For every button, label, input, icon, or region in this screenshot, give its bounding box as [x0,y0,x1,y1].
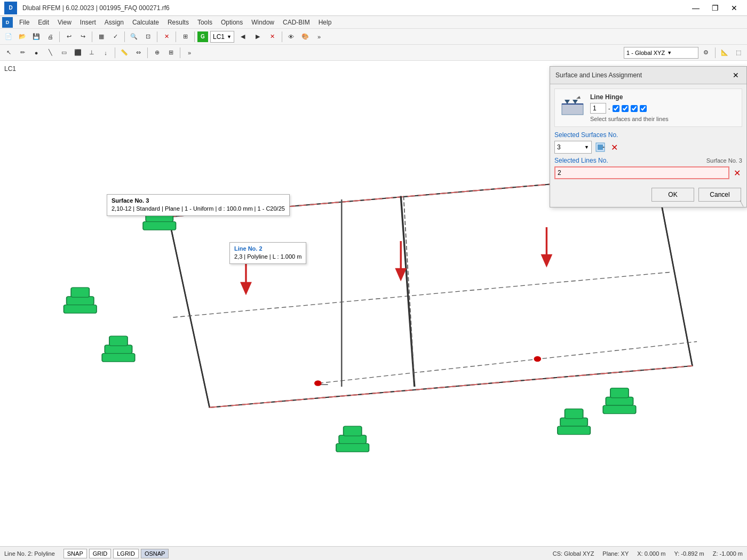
hinge-cb-1[interactable] [613,105,619,112]
solid-btn[interactable]: ⬛ [71,46,84,59]
dialog-buttons: OK Cancel [550,183,746,207]
undo-button[interactable]: ↩ [62,30,75,43]
svg-rect-57 [562,104,583,115]
surface-tooltip-title: Surface No. 3 [112,197,285,205]
hinge-cb-2[interactable] [622,105,629,112]
hinge-icon [559,93,586,120]
menu-calculate[interactable]: Calculate [128,16,163,29]
lc-dropdown[interactable]: LC1 ▼ [210,31,234,43]
menu-tools[interactable]: Tools [193,16,217,29]
grid-button[interactable]: GRID [89,549,112,558]
menu-help[interactable]: Help [314,16,336,29]
window-title: Dlubal RFEM | 6.02.0023 | 001995_FAQ 000… [22,4,170,12]
dialog-title-bar: Surface and Lines Assignment ✕ [550,67,746,84]
dialog-close-button[interactable]: ✕ [730,70,741,81]
coord-system-dropdown[interactable]: 1 - Global XYZ ▼ [624,47,698,59]
select-btn[interactable]: ↖ [2,46,15,59]
svg-marker-22 [542,255,551,266]
results-table[interactable]: ▦ [95,30,108,43]
cancel-button[interactable]: Cancel [698,188,741,202]
hinge-number-input[interactable] [590,103,606,114]
cancel-red[interactable]: ✕ [160,30,173,43]
hinge-cb-3[interactable] [631,105,638,112]
lines-surface-ref: Surface No. 3 [706,157,742,164]
ok-button[interactable]: OK [651,188,694,202]
line-hinge-section: Line Hinge - Select surfaces and their l… [554,89,742,127]
line-btn[interactable]: ╲ [44,46,57,59]
node-btn[interactable]: ● [30,46,43,59]
svg-rect-28 [109,336,128,346]
menu-cadbim[interactable]: CAD-BIM [279,16,314,29]
svg-line-9 [401,196,415,387]
sep5 [176,31,176,42]
coord-btn[interactable]: ⊞ [179,30,192,43]
resize-handle[interactable]: ╲ [740,201,745,206]
hinge-info: Line Hinge - Select surfaces and their l… [590,93,737,122]
select-from-model-icon [595,142,605,152]
support-btn[interactable]: ⊥ [85,46,98,59]
menu-options[interactable]: Options [217,16,247,29]
line-tooltip: Line No. 2 2,3 | Polyline | L : 1.000 m [229,242,306,264]
lines-clear-button[interactable]: ✕ [732,167,742,178]
sep7 [282,31,282,42]
svg-rect-35 [606,397,633,406]
open-button[interactable]: 📂 [16,30,29,43]
close-button[interactable]: ✕ [726,3,743,13]
minimize-button[interactable]: — [687,3,704,13]
status-coords: CS: Global XYZ Plane: XY X: 0.000 m Y: -… [553,550,743,557]
surface-dropdown[interactable]: 3 ▼ [554,141,592,154]
pencil-btn[interactable]: ✏ [16,46,29,59]
menu-results[interactable]: Results [163,16,193,29]
lc-prev[interactable]: ◀ [236,30,249,43]
redo-button[interactable]: ↪ [76,30,89,43]
svg-rect-23 [67,297,94,305]
snap-buttons: SNAP GRID LGRID OSNAP [63,549,169,558]
snap-btn[interactable]: ⊕ [150,46,163,59]
coord-settings[interactable]: ⚙ [700,46,712,59]
toolbar-2: ↖ ✏ ● ╲ ▭ ⬛ ⊥ ↓ 📏 ⇔ ⊕ ⊞ » 1 - Global XYZ… [0,45,747,61]
lgrid-button[interactable]: LGRID [113,549,139,558]
check-btn[interactable]: ✓ [109,30,122,43]
osnap-button[interactable]: OSNAP [141,549,169,558]
zoom-in[interactable]: 🔍 [128,30,140,43]
menu-edit[interactable]: Edit [34,16,53,29]
snap-button[interactable]: SNAP [63,549,87,558]
dim-btn[interactable]: ⇔ [132,46,145,59]
svg-rect-26 [105,345,132,354]
lc-next[interactable]: ▶ [251,30,264,43]
menu-view[interactable]: View [53,16,76,29]
maximize-button[interactable]: ❐ [706,3,724,13]
menu-logo: D [2,17,13,28]
cs-label: CS: Global XYZ [553,550,594,557]
view3d[interactable]: 👁 [285,30,298,43]
svg-marker-61 [576,96,581,99]
grid-btn[interactable]: ⊞ [164,46,177,59]
menu-bar: D File Edit View Insert Assign Calculate… [0,16,747,29]
lines-input[interactable] [554,166,729,179]
render-btn[interactable]: 🎨 [299,30,312,43]
zoom-fit[interactable]: ⊡ [141,30,154,43]
menu-assign[interactable]: Assign [100,16,128,29]
more-t2[interactable]: » [183,46,196,59]
surface-btn[interactable]: ▭ [58,46,70,59]
menu-file[interactable]: File [15,16,34,29]
status-main-text: Line No. 2: Polyline [4,550,55,557]
save-button[interactable]: 💾 [30,30,43,43]
lines-section-header: Selected Lines No. Surface No. 3 [554,157,742,164]
menu-window[interactable]: Window [247,16,279,29]
surface-select-icon-button[interactable] [594,141,607,154]
hinge-cb-4[interactable] [640,105,647,112]
toolbar-1: 📄 📂 💾 🖨 ↩ ↪ ▦ ✓ 🔍 ⊡ ✕ ⊞ G LC1 ▼ ◀ ▶ ✕ 👁 … [0,29,747,45]
new-button[interactable]: 📄 [2,30,15,43]
snap-icon[interactable]: 📐 [718,46,731,59]
surface-clear-button[interactable]: ✕ [609,142,619,153]
measure-btn[interactable]: 📏 [118,46,131,59]
load-btn[interactable]: ↓ [99,46,112,59]
more-btn[interactable]: » [313,30,325,43]
print-button[interactable]: 🖨 [44,30,57,43]
menu-insert[interactable]: Insert [76,16,100,29]
svg-rect-29 [339,435,366,444]
svg-line-10 [403,196,414,383]
display-btn[interactable]: ⬚ [732,46,745,59]
lc-cancel[interactable]: ✕ [266,30,279,43]
